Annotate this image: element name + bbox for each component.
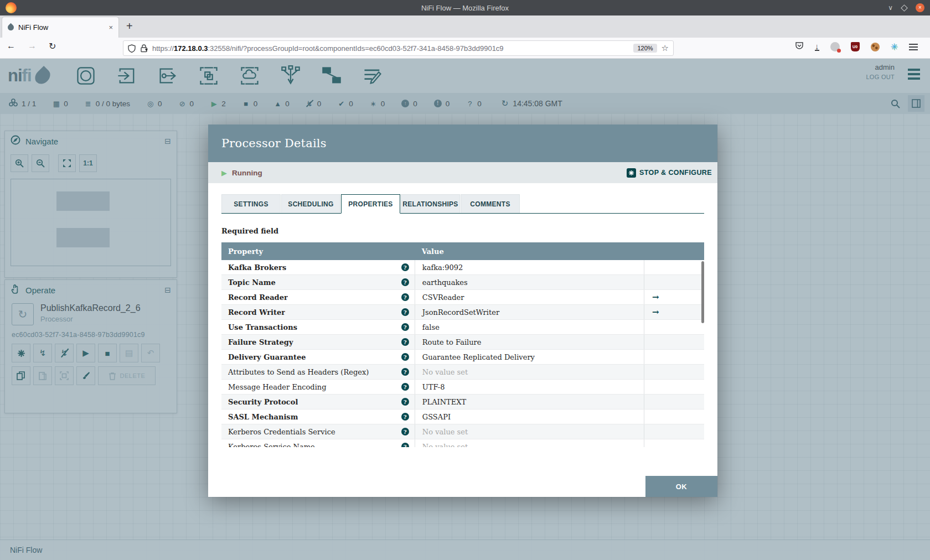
copy-button[interactable]: [12, 366, 30, 385]
zoom-actual-size-button[interactable]: 1:1: [79, 154, 97, 172]
group-button[interactable]: [55, 366, 74, 385]
help-icon[interactable]: ?: [401, 398, 409, 406]
help-icon[interactable]: ?: [401, 263, 409, 271]
revert-flow-button[interactable]: ↶: [141, 344, 160, 362]
save-flow-version-button[interactable]: ▤: [120, 344, 138, 362]
disabled-icon: ↯: [306, 100, 313, 108]
hamburger-menu-icon[interactable]: [909, 44, 918, 50]
reload-button[interactable]: ↻: [49, 41, 56, 51]
configure-button[interactable]: [12, 344, 30, 362]
property-row[interactable]: Failure Strategy ? Route to Failure →: [221, 335, 704, 350]
enable-button[interactable]: ↯: [33, 344, 52, 362]
help-icon[interactable]: ?: [401, 383, 409, 391]
locally-modified-icon: ∗: [370, 100, 377, 108]
collapse-operate-icon[interactable]: ⊟: [164, 286, 171, 294]
logout-link[interactable]: LOG OUT: [866, 74, 895, 80]
dialog-tab[interactable]: SETTINGS: [221, 194, 281, 213]
help-icon[interactable]: ?: [401, 353, 409, 361]
back-button[interactable]: ←: [7, 41, 16, 51]
selected-component-name: PublishKafkaRecord_2_6: [40, 303, 141, 313]
help-icon[interactable]: ?: [401, 293, 409, 301]
stop-and-configure-button[interactable]: STOP & CONFIGURE: [627, 162, 712, 183]
zoom-level-badge[interactable]: 120%: [633, 44, 657, 53]
zoom-fit-button[interactable]: [58, 154, 76, 172]
template-component-icon[interactable]: [319, 64, 344, 88]
property-row[interactable]: Delivery Guarantee ? Guarantee Replicate…: [221, 350, 704, 365]
nifi-canvas-area[interactable]: nifi: [0, 59, 930, 560]
property-row[interactable]: Topic Name ? earthquakes →: [221, 275, 704, 290]
zoom-in-button[interactable]: [11, 154, 28, 172]
status-item: ↯ 0: [306, 100, 322, 108]
property-row[interactable]: Record Reader ? CSVReader →: [221, 290, 704, 305]
funnel-component-icon[interactable]: [278, 64, 303, 88]
tracking-shield-icon[interactable]: [128, 44, 136, 53]
property-row[interactable]: SASL Mechanism ? GSSAPI →: [221, 409, 704, 424]
stop-button[interactable]: ■: [98, 344, 117, 362]
dialog-tab[interactable]: COMMENTS: [461, 194, 520, 213]
help-icon[interactable]: ?: [401, 428, 409, 435]
remote-process-group-component-icon[interactable]: [237, 64, 262, 88]
breadcrumb[interactable]: NiFi Flow: [10, 546, 42, 554]
table-scrollbar[interactable]: [701, 261, 704, 323]
start-button[interactable]: ▶: [76, 344, 95, 362]
help-icon[interactable]: ?: [401, 308, 409, 316]
zoom-out-button[interactable]: [32, 154, 49, 172]
go-to-service-icon[interactable]: →: [652, 307, 659, 317]
cookie-extension-icon[interactable]: [871, 43, 880, 51]
refresh-icon[interactable]: ↻: [502, 98, 509, 108]
paste-button[interactable]: [33, 366, 52, 385]
output-port-component-icon[interactable]: [156, 64, 180, 88]
processor-component-icon[interactable]: [74, 64, 98, 88]
help-icon[interactable]: ?: [401, 413, 409, 421]
property-row[interactable]: Use Transactions ? false →: [221, 320, 704, 335]
help-icon[interactable]: ?: [401, 368, 409, 376]
running-icon: ▶: [210, 100, 218, 108]
birdseye-minimap[interactable]: [11, 179, 171, 266]
lock-warning-icon[interactable]: [140, 44, 148, 53]
invalid-icon: ▲: [274, 100, 281, 108]
property-row[interactable]: Attributes to Send as Headers (Regex) ? …: [221, 365, 704, 380]
delete-button[interactable]: DELETE: [98, 366, 156, 385]
dialog-tab[interactable]: SCHEDULING: [281, 194, 340, 213]
extension-asterisk-icon[interactable]: ✳: [891, 42, 898, 52]
property-row[interactable]: Kafka Brokers ? kafka:9092 →: [221, 260, 704, 275]
property-row[interactable]: Kerberos Credentials Service ? No value …: [221, 424, 704, 439]
dialog-tab[interactable]: RELATIONSHIPS: [401, 194, 460, 213]
help-icon[interactable]: ?: [401, 323, 409, 331]
help-icon[interactable]: ?: [401, 443, 409, 447]
global-menu-icon[interactable]: [908, 69, 920, 80]
input-port-component-icon[interactable]: [115, 64, 139, 88]
go-to-service-icon[interactable]: →: [652, 292, 659, 302]
color-button[interactable]: [76, 366, 95, 385]
chevron-down-icon[interactable]: ∨: [888, 4, 893, 12]
label-component-icon[interactable]: [360, 64, 385, 88]
help-icon[interactable]: ?: [401, 338, 409, 346]
bulletin-panel-toggle-icon[interactable]: [908, 95, 924, 112]
disable-button[interactable]: ↯: [55, 344, 74, 362]
property-row[interactable]: Kerberos Service Name ? No value set →: [221, 439, 704, 447]
url-field[interactable]: https://172.18.0.3:32558/nifi/?processGr…: [123, 40, 674, 56]
search-icon[interactable]: [891, 99, 900, 108]
close-window-icon[interactable]: ×: [916, 3, 924, 12]
property-row[interactable]: Message Header Encoding ? UTF-8 →: [221, 380, 704, 395]
close-tab-icon[interactable]: ×: [108, 23, 113, 32]
downloads-icon[interactable]: ↓: [815, 43, 819, 51]
property-row[interactable]: Security Protocol ? PLAINTEXT →: [221, 395, 704, 409]
ublock-icon[interactable]: U0: [851, 42, 860, 51]
forward-button[interactable]: →: [28, 41, 37, 51]
account-extension-icon[interactable]: [830, 42, 840, 51]
property-row[interactable]: Record Writer ? JsonRecordSetWriter →: [221, 305, 704, 320]
maximize-icon[interactable]: [901, 4, 908, 12]
hand-pointer-icon: [11, 284, 20, 296]
processor-details-dialog: Processor Details ▶ Running STOP & CONFI…: [208, 125, 717, 497]
new-tab-button[interactable]: +: [126, 20, 133, 33]
ok-button[interactable]: OK: [645, 476, 717, 497]
help-icon[interactable]: ?: [401, 278, 409, 286]
collapse-navigate-icon[interactable]: ⊟: [164, 137, 171, 146]
browser-tab[interactable]: NiFi Flow ×: [2, 17, 118, 38]
process-group-component-icon[interactable]: [197, 64, 221, 88]
pocket-icon[interactable]: [795, 42, 804, 52]
properties-table: Property Value Kafka Brokers ? kafka:909…: [221, 242, 704, 447]
bookmark-star-icon[interactable]: ☆: [662, 43, 669, 53]
dialog-tab[interactable]: PROPERTIES: [341, 194, 400, 214]
